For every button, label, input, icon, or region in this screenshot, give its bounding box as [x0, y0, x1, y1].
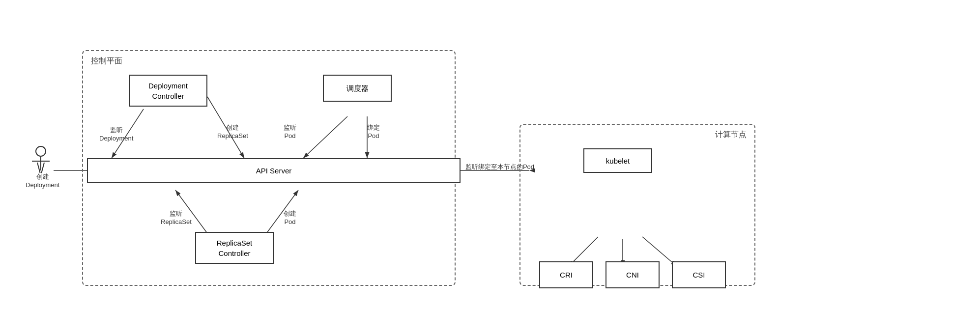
- person-arms: [32, 161, 50, 162]
- scheduler-label: 调度器: [346, 83, 369, 93]
- replicaset-controller-label: ReplicaSetController: [217, 238, 253, 258]
- cri-box: CRI: [539, 261, 593, 288]
- cni-box: CNI: [605, 261, 660, 288]
- label-create-pod-bottom: 创建Pod: [284, 210, 296, 226]
- csi-box: CSI: [672, 261, 726, 288]
- kubelet-box: kubelet: [583, 148, 652, 173]
- compute-node-label: 计算节点: [715, 130, 747, 140]
- control-plane-label: 控制平面: [91, 56, 122, 66]
- deployment-controller-box: DeploymentController: [129, 75, 207, 107]
- person-left-leg: [37, 163, 41, 173]
- label-watch-replicaset-bottom: 监听ReplicaSet: [161, 210, 192, 226]
- label-create-deployment: 创建Deployment: [26, 173, 59, 190]
- person-right-leg: [41, 163, 45, 173]
- label-watch-deployment: 监听Deployment: [99, 126, 133, 143]
- replicaset-controller-box: ReplicaSetController: [195, 232, 274, 264]
- person-legs: [37, 163, 45, 173]
- label-watch-bound-pod: 监听绑定至本节点的Pod: [451, 163, 549, 171]
- diagram: 创建Deployment 控制平面 计算节点 DeploymentControl…: [23, 26, 957, 310]
- kubelet-label: kubelet: [606, 156, 630, 166]
- label-bind-pod: 绑定Pod: [367, 124, 380, 140]
- csi-label: CSI: [692, 270, 705, 280]
- label-watch-pod: 监听Pod: [284, 124, 296, 140]
- cni-label: CNI: [626, 270, 639, 280]
- scheduler-box: 调度器: [323, 75, 392, 102]
- label-create-replicaset-top: 创建ReplicaSet: [217, 124, 248, 140]
- api-server-box: API Server: [87, 158, 461, 183]
- cri-label: CRI: [560, 270, 573, 280]
- api-server-label: API Server: [256, 166, 292, 176]
- deployment-controller-label: DeploymentController: [148, 81, 188, 101]
- person-head: [35, 146, 46, 157]
- person-icon: [32, 146, 50, 173]
